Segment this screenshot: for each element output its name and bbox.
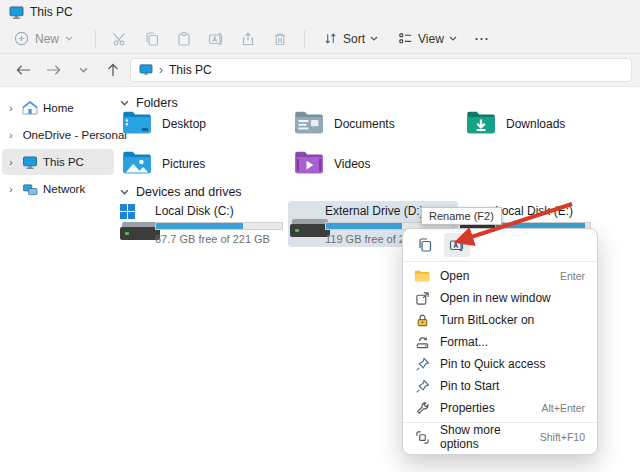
copy-icon <box>144 31 160 47</box>
sort-label: Sort <box>343 32 365 46</box>
menu-item-show-more-options[interactable]: Show more options Shift+F10 <box>403 426 597 448</box>
sidebar-item-onedrive[interactable]: › OneDrive - Personal <box>2 122 114 148</box>
breadcrumb[interactable]: This PC <box>169 63 212 77</box>
sidebar-item-label: OneDrive - Personal <box>23 129 127 141</box>
folder-tile-documents[interactable]: Documents <box>294 110 462 146</box>
back-button[interactable] <box>10 58 36 82</box>
delete-icon <box>272 31 288 47</box>
view-icon <box>398 31 413 46</box>
menu-item-label: Open <box>440 269 560 283</box>
pictures-folder-icon <box>122 150 152 175</box>
expand-chevron-icon[interactable]: › <box>9 102 17 114</box>
sidebar-item-label: Network <box>43 183 85 195</box>
menu-item-label: Turn BitLocker on <box>440 313 585 327</box>
new-button[interactable]: New <box>14 31 73 46</box>
forward-button[interactable] <box>40 58 66 82</box>
up-button[interactable] <box>100 58 126 82</box>
recent-locations-button[interactable] <box>70 58 96 82</box>
videos-folder-icon <box>294 150 324 175</box>
menu-item-shortcut: Alt+Enter <box>542 402 585 414</box>
documents-folder-icon <box>294 110 324 135</box>
menu-item-shortcut: Shift+F10 <box>540 431 585 443</box>
capacity-bar <box>155 222 283 230</box>
more-options-button[interactable]: ··· <box>475 32 490 46</box>
copy-menu-button[interactable] <box>412 233 438 257</box>
expand-chevron-icon[interactable]: › <box>9 156 17 168</box>
menu-item-turn-bitlocker-on[interactable]: Turn BitLocker on <box>403 309 597 331</box>
sidebar-item-this-pc[interactable]: › This PC <box>2 149 114 175</box>
downloads-folder-icon <box>466 110 496 135</box>
copy-button[interactable] <box>136 27 168 51</box>
sidebar-item-network[interactable]: › Network <box>2 176 114 202</box>
explorer-tab[interactable]: This PC <box>9 5 73 19</box>
share-button[interactable] <box>232 27 264 51</box>
chevron-down-icon <box>79 67 88 73</box>
menu-item-label: Show more options <box>440 423 540 451</box>
expand-chevron-icon[interactable]: › <box>9 183 17 195</box>
tab-title: This PC <box>30 5 73 19</box>
context-menu: Open Enter Open in new window Turn BitLo… <box>402 228 598 455</box>
folder-label: Videos <box>334 157 370 171</box>
folder-tile-downloads[interactable]: Downloads <box>466 110 634 146</box>
paste-icon <box>176 31 192 47</box>
menu-item-format[interactable]: Format... <box>403 331 597 353</box>
menu-item-label: Pin to Quick access <box>440 357 585 371</box>
chevron-down-icon <box>449 36 457 41</box>
devices-section-header[interactable]: Devices and drives <box>120 185 242 199</box>
view-button[interactable]: View <box>398 31 457 46</box>
menu-item-properties[interactable]: Properties Alt+Enter <box>403 397 597 419</box>
drive-capacity-text: 67.7 GB free of 221 GB <box>155 233 285 245</box>
home-icon <box>22 101 38 115</box>
folder-tile-pictures[interactable]: Pictures <box>122 150 290 186</box>
format-drive-icon <box>415 335 430 350</box>
rename-menu-button[interactable] <box>444 233 470 257</box>
folder-label: Pictures <box>162 157 205 171</box>
menu-item-label: Pin to Start <box>440 379 585 393</box>
share-icon <box>240 31 256 47</box>
back-arrow-icon <box>16 64 31 76</box>
pin-icon <box>415 379 430 394</box>
cut-button[interactable] <box>104 27 136 51</box>
menu-item-pin-to-quick-access[interactable]: Pin to Quick access <box>403 353 597 375</box>
monitor-icon <box>9 6 24 19</box>
sidebar-item-home[interactable]: › Home <box>2 95 114 121</box>
address-bar: › This PC <box>0 54 640 87</box>
plus-circle-icon <box>14 31 29 46</box>
folder-label: Documents <box>334 117 395 131</box>
forward-arrow-icon <box>46 64 61 76</box>
rename-icon <box>449 237 465 253</box>
paste-button[interactable] <box>168 27 200 51</box>
address-input[interactable]: › This PC <box>130 58 632 82</box>
chevron-down-icon <box>65 36 73 41</box>
sort-button[interactable]: Sort <box>323 31 378 46</box>
breadcrumb-separator: › <box>159 63 163 77</box>
new-window-icon <box>415 291 430 306</box>
properties-wrench-icon <box>415 401 430 416</box>
section-label: Devices and drives <box>136 185 242 199</box>
command-toolbar: New <box>0 24 640 54</box>
menu-item-label: Open in new window <box>440 291 585 305</box>
context-menu-icon-row <box>403 229 597 261</box>
pin-icon <box>415 357 430 372</box>
expand-chevron-icon[interactable]: › <box>9 129 13 141</box>
drive-tile-c[interactable]: Local Disk (C:) 67.7 GB free of 221 GB <box>118 201 288 247</box>
title-bar: This PC <box>0 0 640 24</box>
collapse-chevron-icon[interactable] <box>120 100 129 106</box>
menu-item-open[interactable]: Open Enter <box>403 265 597 287</box>
more-options-icon <box>415 430 430 445</box>
rename-button[interactable] <box>200 27 232 51</box>
menu-item-shortcut: Enter <box>560 270 585 282</box>
folder-tile-videos[interactable]: Videos <box>294 150 462 186</box>
folder-tile-desktop[interactable]: Desktop <box>122 110 290 146</box>
bitlocker-lock-icon <box>415 313 430 328</box>
menu-item-open-new-window[interactable]: Open in new window <box>403 287 597 309</box>
collapse-chevron-icon[interactable] <box>120 189 129 195</box>
navigation-pane: › Home › OneDrive - Personal › This PC <box>0 88 116 472</box>
copy-icon <box>417 237 433 253</box>
folders-section-header[interactable]: Folders <box>120 96 178 110</box>
delete-button[interactable] <box>264 27 296 51</box>
menu-item-label: Format... <box>440 335 585 349</box>
new-label: New <box>35 32 59 46</box>
menu-item-pin-to-start[interactable]: Pin to Start <box>403 375 597 397</box>
sidebar-item-label: Home <box>43 102 74 114</box>
